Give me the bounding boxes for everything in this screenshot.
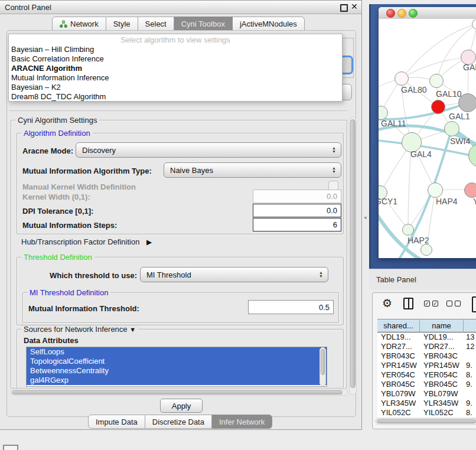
select-all-checkbox-icon[interactable]: ✓ [424,301,430,306]
table-row[interactable]: YBL079W YBL079W [377,389,476,399]
zoom-traffic-light[interactable] [409,9,418,18]
node-label: SWI4 [450,136,470,146]
list-scrollbar[interactable] [319,347,326,386]
dropdown-item-selected[interactable]: ARACNE Algorithm [9,64,342,73]
deselect-checkbox-icon[interactable] [446,301,452,306]
cell-name: YLR345W [423,399,458,407]
sources-collapser[interactable]: Sources for Network Inference ▼ [21,325,138,334]
node-label: HAP2 [407,236,429,245]
deselect-checkbox-icon2[interactable] [455,301,461,306]
dpi-tolerance-label: DPI Tolerance [0,1]: [22,207,93,216]
new-table-icon[interactable] [472,296,476,312]
sources-title: Sources for Network Inference [24,325,128,334]
table-row[interactable]: YLR345W YLR345W 9. [377,399,476,408]
node-hap4[interactable] [428,182,443,198]
dropdown-item[interactable]: Basic Correlation Inference [9,54,342,64]
tab-discretize-data[interactable]: Discretize Data [145,415,212,429]
dropdown-prompt: Select algorithm to view settings [9,35,342,45]
node-gal80[interactable] [395,71,409,86]
table-row[interactable]: YDR27... YDR27... 12 [377,342,476,351]
settings-horizontal-scrollbar[interactable] [10,389,348,396]
node-label: GAL80 [401,85,427,94]
table-row[interactable]: YER054C YER054C 8. [377,370,476,380]
table-row[interactable]: YPR145W YPR145W 9. [377,361,476,370]
tab-select-label: Select [145,19,167,28]
cell-name: YPR145W [423,361,459,370]
close-window-icon[interactable]: ✕ [351,2,358,11]
node-label: GAL [463,63,476,72]
mi-threshold-group-title: MI Threshold Definition [27,289,110,296]
cell-shared: YBR045C [381,380,415,389]
apply-button[interactable]: Apply [160,399,203,413]
aracne-mode-combo[interactable]: Discovery ▲▼ [76,142,341,158]
dropdown-item[interactable]: Bayesian – Hill Climbing [9,45,342,54]
list-item[interactable]: TopologicalCoefficient [27,357,327,366]
dropdown-item[interactable]: Bayesian – K2 [9,83,342,92]
tab-select[interactable]: Select [138,17,174,31]
kernel-width-field[interactable]: 0.0 [253,190,341,203]
settings-hscroll-thumb[interactable] [12,390,343,394]
aracne-mode-label: Aracne Mode: [22,146,73,155]
node-bottom[interactable] [420,244,432,256]
tab-impute-data[interactable]: Impute Data [88,415,145,429]
collapse-down-icon: ▼ [129,326,136,333]
cell-shared: YER054C [381,370,415,379]
dropdown-item[interactable]: Mutual Information Inference [9,73,342,83]
splitter-handle[interactable]: ◂ [364,215,367,220]
tab-cyni-toolbox[interactable]: Cyni Toolbox [174,17,233,31]
dpi-tolerance-field[interactable]: 0.0 [253,204,341,217]
mi-steps-field[interactable]: 6 [253,218,341,231]
mi-type-combo[interactable]: Naive Bayes ▲▼ [164,162,341,178]
table-hscroll-thumb[interactable] [377,419,476,423]
network-view-window[interactable]: GAL GAL80 GAL10 GAL1 GAL11 SWI4 GAL4 GCY… [379,7,476,258]
table-horizontal-scrollbar[interactable] [375,418,476,425]
table-row[interactable]: YDL19... YDL19... 13 [377,332,476,342]
hub-definition-expander[interactable]: Hub/Transcription Factor Definition ▶ [21,237,152,246]
minimize-traffic-light[interactable] [397,9,406,18]
combo-stepper-icon: ▲▼ [319,271,323,278]
close-traffic-light[interactable] [386,9,395,18]
mi-threshold-label: Mutual Information Threshold: [28,304,139,313]
node-salmon[interactable] [464,182,476,198]
list-item[interactable]: SelfLoops [27,347,327,357]
node-swi4[interactable] [444,121,459,136]
tab-jactivemnodules[interactable]: jActiveMNodules [233,17,305,31]
float-window-icon[interactable] [340,4,348,12]
select-all-checkbox-icon2[interactable]: ✓ [432,301,438,306]
tab-infer-network[interactable]: Infer Network [212,415,272,429]
minimized-panel-icon[interactable] [3,445,18,450]
cell-shared: YLR345W [381,399,416,407]
node-hap2[interactable] [402,224,414,236]
tab-style[interactable]: Style [106,17,138,31]
which-threshold-combo[interactable]: MI Threshold ▲▼ [140,267,328,282]
manual-kernel-label: Manual Kernel Width Definition [22,182,136,191]
control-panel-title: Control Panel [5,3,51,12]
split-columns-icon[interactable] [403,298,413,309]
node-label: GAL11 [381,119,406,128]
cell-shared: YBR043C [381,351,415,360]
table-rows: YDL19... YDL19... 13 YDR27... YDR27... 1… [377,332,476,417]
node-gal10[interactable] [429,74,444,88]
settings-vertical-scrollbar[interactable] [349,117,357,395]
network-window-titlebar[interactable] [379,7,476,19]
list-scrollbar-thumb[interactable] [321,349,325,375]
table-row[interactable]: YBR045C YBR045C 9. [377,380,476,389]
settings-vscroll-thumb[interactable] [350,119,356,388]
dropdown-item[interactable]: Dream8 DC_TDC Algorithm [9,92,342,102]
list-item[interactable]: BetweennessCentrality [27,366,327,376]
gear-icon[interactable]: ⚙ [382,298,392,309]
algorithm-dropdown-list: Select algorithm to view settings Bayesi… [8,34,343,102]
network-canvas[interactable]: GAL GAL80 GAL10 GAL1 GAL11 SWI4 GAL4 GCY… [379,19,476,258]
list-item[interactable]: gal4RGexp [27,376,327,385]
tab-network[interactable]: Network [52,17,106,31]
combo-stepper-icon: ▲▼ [332,167,336,174]
node-gal1-selected[interactable] [431,100,445,114]
column-header-name[interactable]: name [420,319,464,332]
table-row[interactable]: YBR043C YBR043C [377,351,476,361]
column-header-shared[interactable]: shared... [377,319,420,332]
mi-threshold-field[interactable]: 0.5 [248,300,334,314]
column-header-cut[interactable] [464,319,476,332]
mi-type-label: Mutual Information Algorithm Type: [22,167,152,175]
table-row[interactable]: YIL052C YIL052C 8. [377,408,476,417]
cell-value: 9. [466,399,472,407]
